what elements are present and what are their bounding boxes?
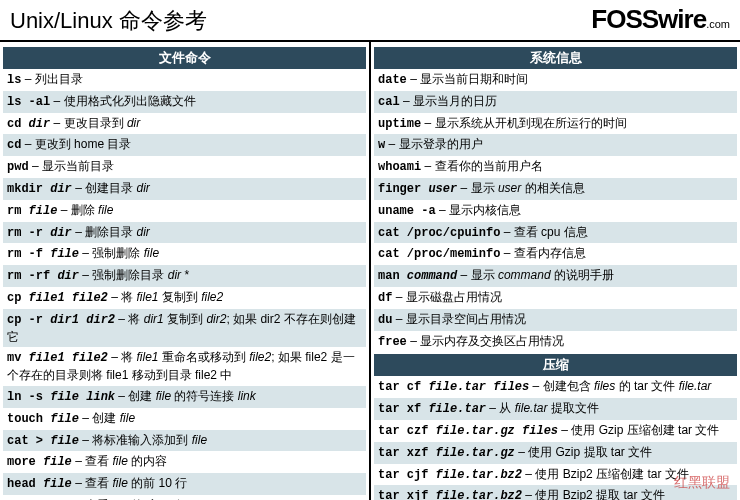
content-columns: 文件命令 ls – 列出目录ls -al – 使用格式化列出隐藏文件cd dir… [0,42,740,500]
section-header-sysinfo: 系统信息 [374,47,737,69]
command-row: head file – 查看 file 的前 10 行 [3,473,366,495]
command-row: finger user – 显示 user 的相关信息 [374,178,737,200]
command-row: more file – 查看 file 的内容 [3,451,366,473]
command-row: du – 显示目录空间占用情况 [374,309,737,331]
page-title: Unix/Linux 命令参考 [10,6,207,36]
right-column: 系统信息 date – 显示当前日期和时间cal – 显示当月的日历uptime… [371,42,740,500]
command-row: whoami – 查看你的当前用户名 [374,156,737,178]
command-row: ls – 列出目录 [3,69,366,91]
command-row: tar czf file.tar.gz files – 使用 Gzip 压缩创建… [374,420,737,442]
command-row: tar cf file.tar files – 创建包含 files 的 tar… [374,376,737,398]
command-row: ln -s file link – 创建 file 的符号连接 link [3,386,366,408]
command-row: cd dir – 更改目录到 dir [3,113,366,135]
command-row: cp file1 file2 – 将 file1 复制到 file2 [3,287,366,309]
page-header: Unix/Linux 命令参考 FOSSwire.com [0,0,740,42]
command-row: uptime – 显示系统从开机到现在所运行的时间 [374,113,737,135]
command-row: uname -a – 显示内核信息 [374,200,737,222]
command-row: pwd – 显示当前目录 [3,156,366,178]
command-row: touch file – 创建 file [3,408,366,430]
watermark: 红黑联盟 [674,474,730,492]
command-row: rm file – 删除 file [3,200,366,222]
command-row: man command – 显示 command 的说明手册 [374,265,737,287]
command-row: date – 显示当前日期和时间 [374,69,737,91]
left-column: 文件命令 ls – 列出目录ls -al – 使用格式化列出隐藏文件cd dir… [0,42,371,500]
section-header-file: 文件命令 [3,47,366,69]
command-row: rm -f file – 强制删除 file [3,243,366,265]
file-commands-list: ls – 列出目录ls -al – 使用格式化列出隐藏文件cd dir – 更改… [3,69,366,500]
command-row: rm -r dir – 删除目录 dir [3,222,366,244]
command-row: w – 显示登录的用户 [374,134,737,156]
command-row: cp -r dir1 dir2 – 将 dir1 复制到 dir2; 如果 di… [3,309,366,348]
command-row: cal – 显示当月的日历 [374,91,737,113]
command-row: tar xf file.tar – 从 file.tar 提取文件 [374,398,737,420]
sysinfo-commands-list: date – 显示当前日期和时间cal – 显示当月的日历uptime – 显示… [374,69,737,352]
command-row: cat > file – 将标准输入添加到 file [3,430,366,452]
command-row: tail file – 查看 file 的后 10 行 [3,495,366,500]
command-row: tar xzf file.tar.gz – 使用 Gzip 提取 tar 文件 [374,442,737,464]
brand-logo: FOSSwire.com [591,4,730,35]
command-row: ls -al – 使用格式化列出隐藏文件 [3,91,366,113]
section-header-compress: 压缩 [374,354,737,376]
command-row: free – 显示内存及交换区占用情况 [374,331,737,353]
command-row: cat /proc/cpuinfo – 查看 cpu 信息 [374,222,737,244]
command-row: mkdir dir – 创建目录 dir [3,178,366,200]
command-row: df – 显示磁盘占用情况 [374,287,737,309]
command-row: rm -rf dir – 强制删除目录 dir * [3,265,366,287]
command-row: cat /proc/meminfo – 查看内存信息 [374,243,737,265]
command-row: cd – 更改到 home 目录 [3,134,366,156]
command-row: mv file1 file2 – 将 file1 重命名或移动到 file2; … [3,347,366,386]
